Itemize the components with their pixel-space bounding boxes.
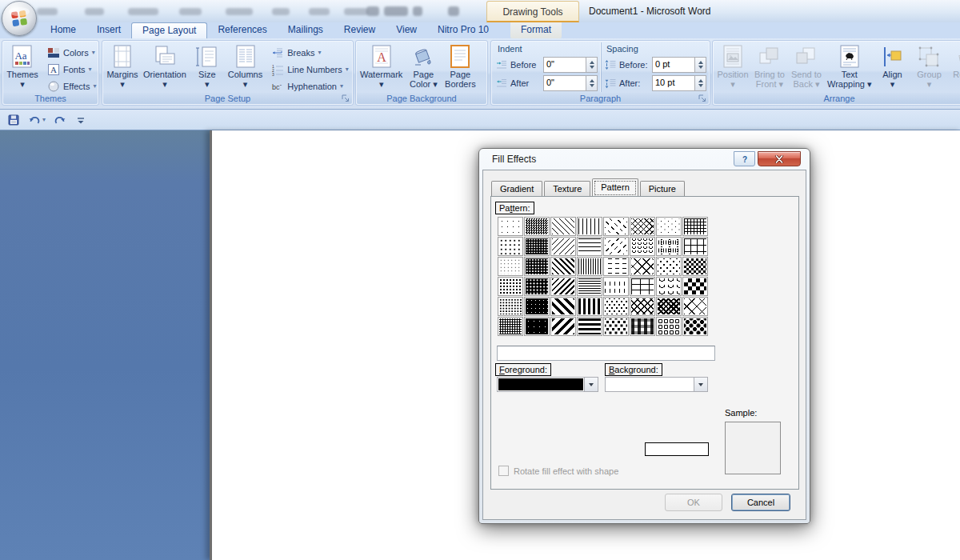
pattern-horizontal-brick[interactable] <box>630 277 655 296</box>
spacing-after-input[interactable]: 10 pt <box>652 75 706 91</box>
pattern-small-checker-board[interactable] <box>682 257 708 276</box>
pattern-light-vertical[interactable] <box>577 217 602 236</box>
pattern-90[interactable] <box>524 317 550 336</box>
pattern-5[interactable] <box>498 217 523 236</box>
pattern-weave[interactable] <box>630 297 655 316</box>
pattern-50[interactable] <box>524 217 550 236</box>
tab-home[interactable]: Home <box>40 22 86 38</box>
cancel-button[interactable]: Cancel <box>731 494 790 511</box>
background-dropdown[interactable] <box>605 377 708 392</box>
align-button[interactable]: Align▾ <box>874 42 910 89</box>
save-button[interactable] <box>5 112 22 128</box>
foreground-dropdown-arrow[interactable] <box>584 378 598 391</box>
colors-button[interactable]: Colors▾ <box>43 44 97 61</box>
pattern-zigzag[interactable] <box>630 217 655 236</box>
indent-before-input[interactable]: 0" <box>543 57 598 73</box>
tab-view[interactable]: View <box>386 22 427 38</box>
pattern-20[interactable] <box>498 257 523 276</box>
pattern-dashed-vertical[interactable] <box>603 277 629 296</box>
columns-button[interactable]: Columns▾ <box>226 42 265 89</box>
breaks-button[interactable]: Breaks▾ <box>267 44 351 61</box>
dialog-tab-picture[interactable]: Picture <box>640 181 685 196</box>
foreground-dropdown[interactable] <box>497 377 598 392</box>
pattern-40[interactable] <box>498 317 523 336</box>
themes-button[interactable]: AaThemes▾ <box>4 42 41 89</box>
pattern-large-checker-board[interactable] <box>682 277 708 296</box>
page-color-button[interactable]: PageColor ▾ <box>405 42 442 89</box>
pattern-wide-downward-diagonal[interactable] <box>550 297 576 316</box>
pattern-80[interactable] <box>524 297 550 316</box>
pattern-dashed-upward-diagonal[interactable] <box>603 237 629 256</box>
pattern-dashed-horizontal[interactable] <box>603 257 629 276</box>
pattern-trellis[interactable] <box>656 297 682 316</box>
margins-button[interactable]: Margins▾ <box>104 42 141 89</box>
pattern-75[interactable] <box>524 277 550 296</box>
pattern-25[interactable] <box>498 277 523 296</box>
tab-nitro-pro-10[interactable]: Nitro Pro 10 <box>427 22 499 38</box>
help-button[interactable]: ? <box>734 151 755 166</box>
text-wrapping-button[interactable]: TextWrapping ▾ <box>825 42 874 89</box>
spinner-arrows[interactable] <box>694 58 706 72</box>
pattern-shingle[interactable] <box>656 277 682 296</box>
pattern-dark-vertical[interactable] <box>577 297 602 316</box>
pattern-wave[interactable] <box>630 237 655 256</box>
fonts-button[interactable]: AFonts▾ <box>43 61 97 78</box>
background-dropdown-arrow[interactable] <box>694 378 707 391</box>
tab-references[interactable]: References <box>207 22 277 38</box>
effects-button[interactable]: Effects▾ <box>43 78 97 92</box>
pattern-narrow-horizontal[interactable] <box>577 277 602 296</box>
pattern-small-confetti[interactable] <box>603 297 629 316</box>
spacing-before-input[interactable]: 0 pt <box>652 57 706 73</box>
spinner-arrows[interactable] <box>586 58 597 72</box>
pattern-light-horizontal[interactable] <box>577 237 602 256</box>
pattern-dashed-downward-diagonal[interactable] <box>603 217 629 236</box>
pattern-light-downward-diagonal[interactable] <box>550 217 576 236</box>
pattern-divot[interactable] <box>656 217 682 236</box>
tab-insert[interactable]: Insert <box>86 22 131 38</box>
pattern-outlined-diamond[interactable] <box>682 297 708 316</box>
pattern-dotted-diamond[interactable] <box>656 257 682 276</box>
tab-review[interactable]: Review <box>334 22 386 38</box>
pattern-wide-upward-diagonal[interactable] <box>550 317 576 336</box>
size-button[interactable]: Size▾ <box>189 42 226 89</box>
dialog-tab-gradient[interactable]: Gradient <box>491 181 542 196</box>
close-button[interactable] <box>758 151 801 166</box>
office-button[interactable] <box>2 1 37 36</box>
pattern-diagonal-brick[interactable] <box>630 257 655 276</box>
indent-after-input[interactable]: 0" <box>543 75 598 91</box>
customize-quick-access-button[interactable] <box>72 112 90 128</box>
empty-text-field[interactable] <box>497 346 715 361</box>
pattern-60[interactable] <box>524 237 550 256</box>
pattern-large-confetti[interactable] <box>603 317 629 336</box>
undo-button[interactable]: ▾ <box>26 112 48 128</box>
dialog-tab-texture[interactable]: Texture <box>544 181 590 196</box>
pattern-dark-upward-diagonal[interactable] <box>550 277 576 296</box>
line-numbers-button[interactable]: 123Line Numbers▾ <box>267 61 351 78</box>
watermark-button[interactable]: AWatermark▾ <box>358 42 405 89</box>
pattern-light-upward-diagonal[interactable] <box>550 237 576 256</box>
pattern-dark-horizontal[interactable] <box>577 317 602 336</box>
dialog-launcher-paragraph[interactable] <box>698 94 707 103</box>
tab-format[interactable]: Format <box>510 22 562 38</box>
pattern-dark-downward-diagonal[interactable] <box>550 257 576 276</box>
pattern-dotted-grid[interactable] <box>656 237 682 256</box>
pattern-sphere[interactable] <box>656 317 682 336</box>
pattern-30[interactable] <box>498 297 523 316</box>
pattern-solid-diamond[interactable] <box>682 317 708 336</box>
tab-mailings[interactable]: Mailings <box>278 22 334 38</box>
dialog-launcher-page-setup[interactable] <box>341 94 350 103</box>
page-borders-button[interactable]: PageBorders <box>442 42 478 89</box>
orientation-button[interactable]: Orientation▾ <box>141 42 189 89</box>
tab-page-layout[interactable]: Page Layout <box>131 22 207 38</box>
pattern-narrow-vertical[interactable] <box>577 257 602 276</box>
spinner-arrows[interactable] <box>586 76 597 90</box>
hyphenation-button[interactable]: bc-Hyphenation▾ <box>267 78 351 92</box>
pattern-70[interactable] <box>524 257 550 276</box>
pattern-small-grid[interactable] <box>682 217 708 236</box>
pattern-large-grid[interactable] <box>682 237 708 256</box>
dialog-tab-pattern[interactable]: Pattern <box>592 178 638 196</box>
pattern-plaid[interactable] <box>630 317 655 336</box>
spinner-arrows[interactable] <box>694 76 706 90</box>
pattern-10[interactable] <box>498 237 523 256</box>
redo-button[interactable] <box>51 112 69 128</box>
